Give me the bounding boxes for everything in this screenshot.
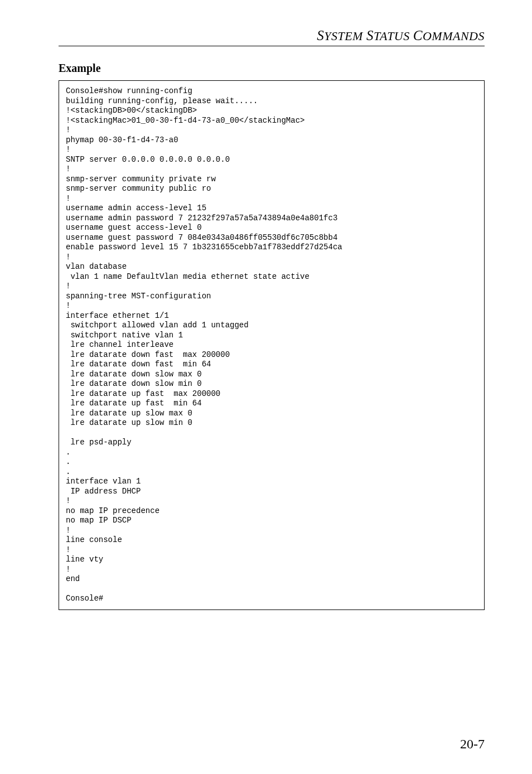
- page-number: 20-7: [460, 737, 485, 752]
- header-rule: [59, 46, 485, 46]
- page-header: SYSTEM STATUS COMMANDS: [59, 28, 485, 43]
- section-title: Example: [59, 62, 485, 75]
- code-block: Console#show running-config building run…: [59, 80, 485, 610]
- page: SYSTEM STATUS COMMANDS Example Console#s…: [0, 0, 532, 774]
